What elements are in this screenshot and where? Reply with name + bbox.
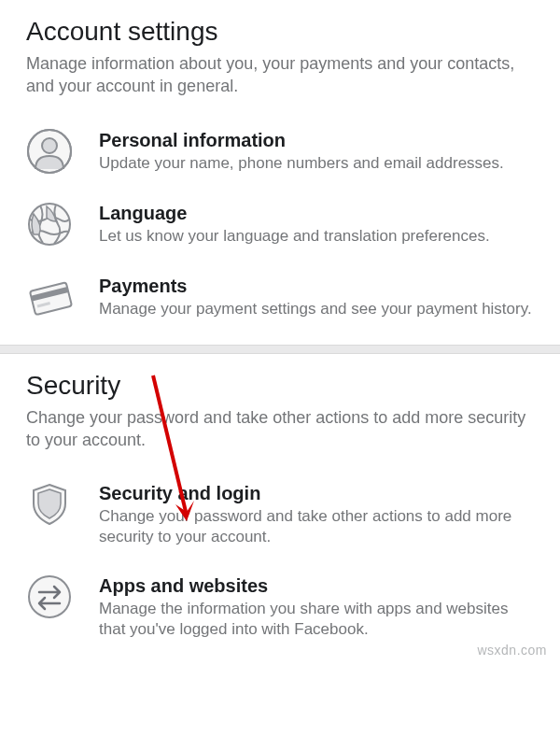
item-payments[interactable]: Payments Manage your payment settings an… [26,261,534,333]
item-apps-websites[interactable]: Apps and websites Manage the information… [26,560,534,653]
person-icon [26,128,73,175]
item-security-login[interactable]: Security and login Change your password … [26,468,534,560]
item-title: Apps and websites [99,575,534,597]
item-desc: Change your password and take other acti… [99,506,534,547]
shield-icon [26,481,73,528]
item-text: Personal information Update your name, p… [99,128,534,174]
item-title: Language [99,203,534,224]
item-title: Personal information [99,130,534,151]
item-text: Payments Manage your payment settings an… [99,274,534,319]
item-title: Payments [99,276,534,297]
section-title-security: Security [26,371,534,401]
svg-point-1 [42,138,57,153]
globe-icon [26,201,73,248]
section-desc-security: Change your password and take other acti… [26,406,534,452]
watermark: wsxdn.com [477,643,547,658]
section-desc-account: Manage information about you, your payme… [26,52,534,98]
item-desc: Update your name, phone numbers and emai… [99,153,534,174]
item-title: Security and login [99,483,534,504]
credit-card-icon [26,274,73,320]
item-language[interactable]: Language Let us know your language and t… [26,188,534,261]
item-desc: Manage the information you share with ap… [99,599,534,640]
svg-point-7 [29,576,70,617]
swap-arrows-icon [26,573,73,620]
section-title-account: Account settings [26,17,534,47]
item-desc: Let us know your language and translatio… [99,226,534,247]
item-personal-information[interactable]: Personal information Update your name, p… [26,115,534,188]
item-text: Apps and websites Manage the information… [99,573,534,640]
section-divider [0,345,560,354]
account-settings-section: Account settings Manage information abou… [0,0,560,345]
item-desc: Manage your payment settings and see you… [99,299,534,319]
security-section: Security Change your password and take o… [0,354,560,665]
item-text: Security and login Change your password … [99,481,534,547]
item-text: Language Let us know your language and t… [99,201,534,247]
